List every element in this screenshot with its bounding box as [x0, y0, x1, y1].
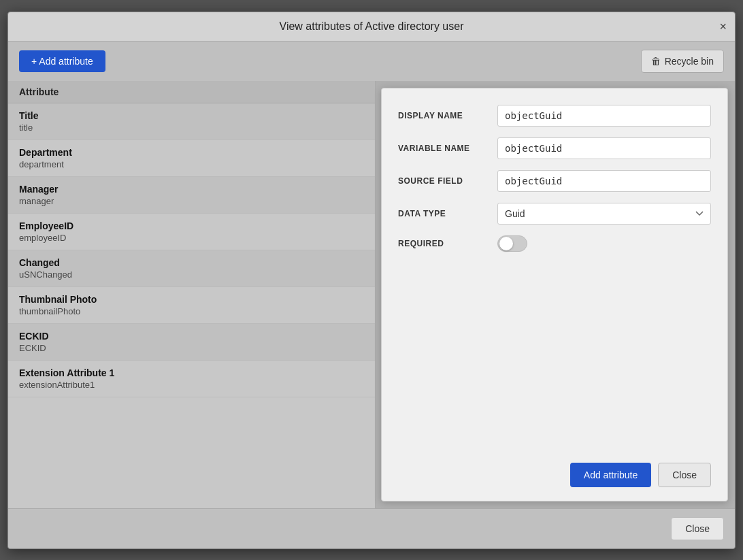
required-row: REQUIRED: [398, 235, 711, 252]
detail-close-button[interactable]: Close: [658, 463, 711, 487]
source-field-row: SOURCE FIELD: [398, 170, 711, 192]
attr-value: extensionAttribute1: [19, 380, 364, 390]
attr-value: title: [19, 122, 364, 133]
attribute-list: Attribute TitletitleDepartmentdepartment…: [8, 81, 376, 508]
modal: View attributes of Active directory user…: [7, 12, 736, 549]
list-item[interactable]: EmployeeIDemployeeID: [8, 214, 375, 250]
footer-close-button[interactable]: Close: [671, 517, 724, 540]
modal-header: View attributes of Active directory user…: [8, 12, 735, 42]
attr-value: employeeID: [19, 233, 364, 243]
add-attribute-button[interactable]: + Add attribute: [19, 50, 105, 72]
required-label: REQUIRED: [398, 239, 486, 248]
modal-body: Attribute TitletitleDepartmentdepartment…: [8, 81, 735, 508]
variable-name-label: VARIABLE NAME: [398, 144, 486, 153]
attr-value: thumbnailPhoto: [19, 306, 364, 316]
data-type-row: DATA TYPE Guid String Integer Boolean: [398, 203, 711, 225]
modal-footer: Close: [8, 508, 735, 548]
source-field-label: SOURCE FIELD: [398, 176, 486, 186]
variable-name-row: VARIABLE NAME: [398, 137, 711, 159]
attr-name: Changed: [19, 257, 364, 268]
list-item[interactable]: Thumbnail PhotothumbnailPhoto: [8, 287, 375, 324]
source-field-input[interactable]: [497, 170, 711, 192]
required-toggle-container: [497, 235, 527, 252]
attr-value: ECKID: [19, 343, 364, 353]
modal-overlay: View attributes of Active directory user…: [0, 0, 743, 560]
data-type-select[interactable]: Guid String Integer Boolean: [497, 203, 711, 225]
detail-add-attribute-button[interactable]: Add attribute: [570, 463, 651, 487]
attr-value: department: [19, 159, 364, 169]
toggle-knob: [499, 237, 513, 250]
attribute-list-header: Attribute: [8, 81, 375, 103]
toolbar: + Add attribute 🗑 Recycle bin: [8, 42, 735, 81]
display-name-label: DISPLAY NAME: [398, 111, 486, 120]
list-item[interactable]: Managermanager: [8, 177, 375, 214]
attr-value: manager: [19, 196, 364, 206]
display-name-input[interactable]: [497, 105, 711, 127]
list-item[interactable]: Titletitle: [8, 103, 375, 140]
attr-value: uSNChanged: [19, 269, 364, 280]
attr-name: Manager: [19, 184, 364, 195]
list-item[interactable]: ECKIDECKID: [8, 324, 375, 361]
attr-name: Title: [19, 110, 364, 121]
display-name-row: DISPLAY NAME: [398, 105, 711, 127]
detail-panel: DISPLAY NAME VARIABLE NAME SOURCE FIELD …: [381, 88, 728, 501]
list-item[interactable]: Extension Attribute 1extensionAttribute1: [8, 361, 375, 397]
required-toggle[interactable]: [497, 235, 527, 252]
modal-close-button[interactable]: ×: [719, 20, 727, 33]
modal-title: View attributes of Active directory user: [280, 20, 464, 33]
attr-name: Department: [19, 147, 364, 158]
attr-name: Thumbnail Photo: [19, 294, 364, 305]
data-type-label: DATA TYPE: [398, 209, 486, 218]
recycle-bin-button[interactable]: 🗑 Recycle bin: [641, 50, 724, 73]
attr-name: EmployeeID: [19, 220, 364, 231]
detail-buttons: Add attribute Close: [398, 463, 711, 487]
list-item[interactable]: Departmentdepartment: [8, 140, 375, 177]
variable-name-input[interactable]: [497, 137, 711, 159]
recycle-bin-label: Recycle bin: [665, 56, 714, 67]
attr-name: Extension Attribute 1: [19, 367, 364, 378]
trash-icon: 🗑: [651, 56, 661, 67]
attr-name: ECKID: [19, 331, 364, 342]
list-item[interactable]: ChangeduSNChanged: [8, 250, 375, 287]
